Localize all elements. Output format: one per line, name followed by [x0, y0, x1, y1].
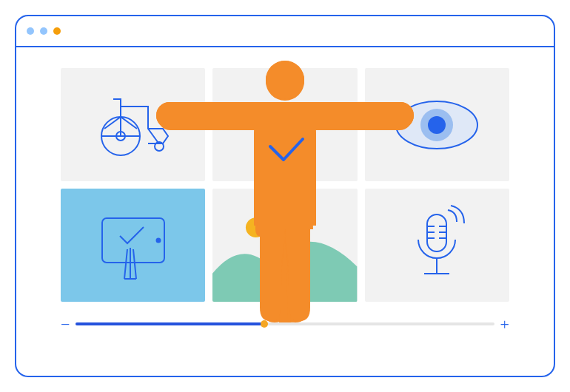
tile-blank[interactable] [212, 68, 357, 181]
window-dot[interactable] [40, 27, 47, 35]
tile-microphone[interactable] [365, 189, 509, 302]
window-titlebar [16, 16, 554, 47]
landscape-sun-icon [212, 189, 357, 302]
tile-eye[interactable] [365, 68, 509, 181]
tile-landscape[interactable] [212, 189, 357, 302]
touch-tablet-icon [89, 205, 178, 286]
svg-point-9 [428, 116, 446, 134]
tile-touch-tablet[interactable] [61, 189, 205, 302]
svg-point-11 [156, 238, 160, 242]
slider-fill [76, 322, 264, 325]
tile-grid [61, 68, 509, 302]
app-window: − + [15, 15, 555, 377]
zoom-out-icon[interactable]: − [61, 317, 70, 333]
zoom-slider[interactable]: − + [61, 309, 509, 339]
content-area: − + [61, 68, 509, 339]
window-dot[interactable] [27, 27, 34, 35]
wheelchair-icon [93, 84, 174, 166]
zoom-in-icon[interactable]: + [500, 317, 509, 333]
svg-point-12 [246, 217, 266, 237]
tile-wheelchair[interactable] [61, 68, 205, 181]
eye-icon [389, 92, 485, 158]
window-dot[interactable] [53, 27, 61, 35]
slider-track[interactable] [76, 322, 494, 325]
microphone-icon [403, 201, 470, 290]
slider-thumb[interactable] [261, 320, 268, 328]
